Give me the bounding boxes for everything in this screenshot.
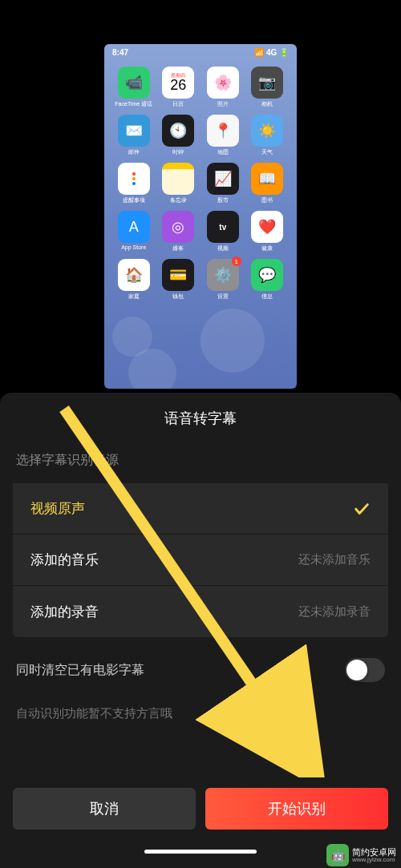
app-label: FaceTime 通话 [115, 100, 152, 108]
option-added-music[interactable]: 添加的音乐 还未添加音乐 [13, 535, 388, 586]
podcasts-icon: ◎ [162, 211, 194, 243]
app-home: 🏠家庭 [114, 259, 154, 301]
android-icon: 🤖 [326, 844, 349, 866]
appstore-icon: A [118, 211, 150, 243]
home-icon: 🏠 [118, 259, 150, 291]
option-label: 添加的音乐 [30, 551, 99, 569]
option-hint: 还未添加录音 [298, 604, 371, 620]
app-podcasts: ◎播客 [159, 211, 199, 252]
app-calendar: 星期四26日历 [159, 67, 199, 108]
app-maps: 📍地图 [203, 115, 243, 156]
app-facetime: 📹FaceTime 通话 [114, 67, 154, 108]
subtitle-sheet: 语音转字幕 选择字幕识别音源 视频原声 添加的音乐 还未添加音乐 添加的录音 还… [0, 393, 401, 868]
app-label: 相机 [261, 100, 273, 108]
checkmark-icon [353, 500, 371, 518]
watermark-name: 简约安卓网 [352, 847, 396, 857]
app-settings: ⚙️1设置 [203, 259, 243, 301]
app-label: 照片 [217, 100, 229, 108]
app-weather: ☀️天气 [248, 115, 288, 156]
app-icon-grid: 📹FaceTime 通话星期四26日历🌸照片📷相机✉️邮件🕙时钟📍地图☀️天气提… [104, 60, 297, 307]
app-tv: tv视频 [203, 211, 243, 252]
app-wallet: 💳钱包 [159, 259, 199, 301]
health-icon: ❤️ [251, 211, 283, 243]
sheet-title: 语音转字幕 [0, 409, 401, 428]
dialect-hint: 自动识别功能暂不支持方言哦 [0, 682, 401, 721]
tv-icon: tv [207, 211, 239, 243]
app-reminders: 提醒事项 [114, 163, 154, 204]
watermark-url: www.jylzw.com [352, 857, 396, 864]
photos-icon: 🌸 [207, 67, 239, 99]
stocks-icon: 📈 [207, 163, 239, 195]
badge-icon: 1 [232, 256, 241, 266]
app-camera: 📷相机 [248, 67, 288, 108]
video-preview-area: 8:47 📶 4G 🔋 📹FaceTime 通话星期四26日历🌸照片📷相机✉️邮… [0, 0, 401, 385]
notes-icon [162, 163, 194, 195]
app-health: ❤️健康 [248, 211, 288, 252]
button-row: 取消 开始识别 [0, 788, 401, 830]
books-icon: 📖 [251, 163, 283, 195]
app-label: 日历 [172, 100, 184, 108]
app-label: 邮件 [128, 148, 140, 156]
app-stocks: 📈股市 [203, 163, 243, 204]
option-added-recording[interactable]: 添加的录音 还未添加录音 [13, 586, 388, 637]
maps-icon: 📍 [207, 115, 239, 147]
facetime-icon: 📹 [118, 67, 150, 99]
status-time: 8:47 [112, 48, 128, 57]
wallet-icon: 💳 [162, 259, 194, 291]
mail-icon: ✉️ [118, 115, 150, 147]
app-label: 钱包 [172, 293, 184, 301]
app-label: 设置 [217, 293, 229, 301]
clear-subtitles-row: 同时清空已有电影字幕 [0, 637, 401, 682]
app-label: 视频 [217, 244, 229, 252]
status-signal: 📶 4G 🔋 [254, 48, 289, 57]
app-label: App Store [121, 244, 146, 250]
section-label: 选择字幕识别音源 [0, 452, 401, 469]
calendar-icon: 星期四26 [162, 67, 194, 99]
toggle-knob [346, 660, 367, 680]
option-label: 添加的录音 [30, 603, 99, 621]
phone-statusbar: 8:47 📶 4G 🔋 [104, 44, 297, 60]
app-label: 健康 [261, 244, 273, 252]
app-label: 天气 [261, 148, 273, 156]
app-label: 时钟 [172, 148, 184, 156]
app-label: 备忘录 [170, 196, 187, 204]
option-original-audio[interactable]: 视频原声 [13, 483, 388, 535]
app-appstore: AApp Store [114, 211, 154, 252]
watermark: 🤖 简约安卓网 www.jylzw.com [326, 844, 396, 866]
app-clock: 🕙时钟 [159, 115, 199, 156]
clear-subtitles-toggle[interactable] [345, 658, 385, 682]
phone-screenshot: 8:47 📶 4G 🔋 📹FaceTime 通话星期四26日历🌸照片📷相机✉️邮… [104, 44, 297, 389]
camera-icon: 📷 [251, 67, 283, 99]
clock-icon: 🕙 [162, 115, 194, 147]
toggle-label: 同时清空已有电影字幕 [16, 662, 144, 679]
app-label: 股市 [217, 196, 229, 204]
app-label: 提醒事项 [123, 196, 145, 204]
app-label: 播客 [172, 244, 184, 252]
app-messages: 💬信息 [248, 259, 288, 301]
cancel-button[interactable]: 取消 [13, 788, 196, 830]
app-books: 📖图书 [248, 163, 288, 204]
reminders-icon [118, 163, 150, 195]
home-indicator[interactable] [144, 850, 257, 854]
app-label: 家庭 [128, 293, 140, 301]
messages-icon: 💬 [251, 259, 283, 291]
weather-icon: ☀️ [251, 115, 283, 147]
app-mail: ✉️邮件 [114, 115, 154, 156]
app-label: 信息 [261, 293, 273, 301]
option-label: 视频原声 [30, 499, 85, 518]
settings-icon: ⚙️1 [207, 259, 239, 291]
option-hint: 还未添加音乐 [298, 552, 371, 567]
app-photos: 🌸照片 [203, 67, 243, 108]
app-label: 地图 [217, 148, 229, 156]
app-label: 图书 [261, 196, 273, 204]
start-recognition-button[interactable]: 开始识别 [205, 788, 388, 830]
app-notes: 备忘录 [159, 163, 199, 204]
